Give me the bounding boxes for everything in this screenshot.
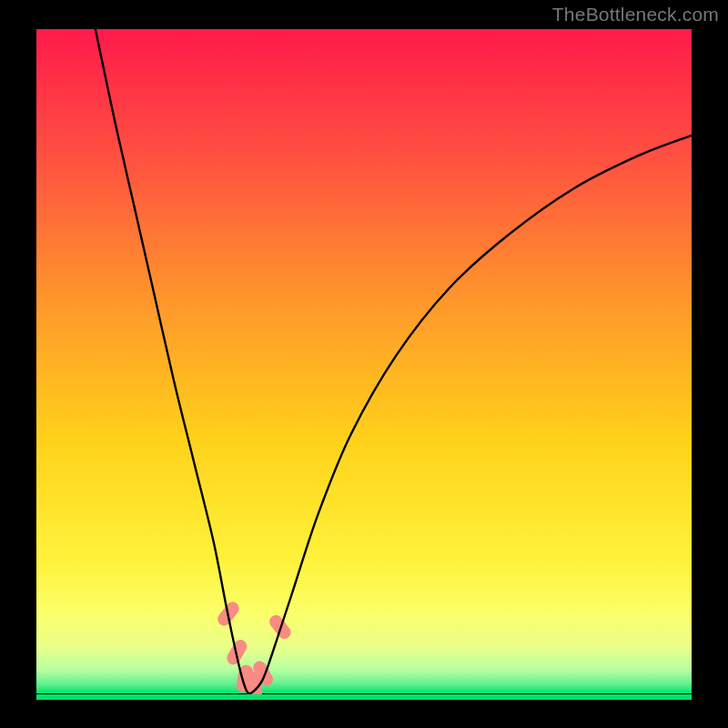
chart-plot-area (36, 29, 692, 693)
watermark-label: TheBottleneck.com (552, 4, 719, 25)
chart-svg (36, 29, 692, 693)
chart-frame: TheBottleneck.com (0, 0, 728, 728)
gradient-background (36, 29, 692, 693)
green-baseline-band (36, 694, 692, 700)
